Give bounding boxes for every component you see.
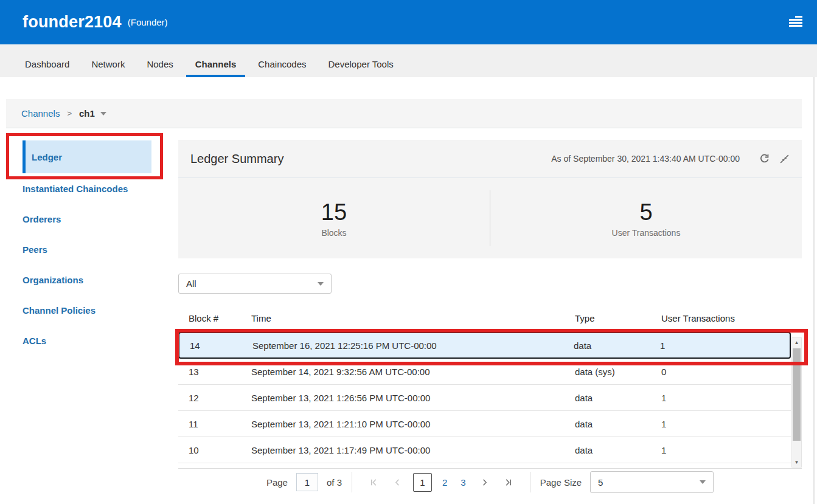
table-row-block-12[interactable]: 12 September 13, 2021 1:26:56 PM UTC-00:… — [178, 385, 791, 411]
next-page-icon[interactable] — [473, 478, 496, 487]
cell-block: 12 — [178, 393, 251, 403]
page-size-dropdown[interactable]: 5 — [590, 471, 714, 493]
pagination-divider — [530, 472, 530, 492]
breadcrumb-current-channel: ch1 — [79, 108, 95, 119]
sidebar-item-orderers[interactable]: Orderers — [23, 204, 151, 234]
breadcrumb: Channels > ch1 — [6, 99, 802, 128]
cell-type: data — [575, 393, 661, 403]
table-body: 14 September 16, 2021 12:25:16 PM UTC-00… — [178, 332, 791, 463]
sidebar-item-peers[interactable]: Peers — [23, 234, 151, 264]
channel-dropdown-caret-icon[interactable] — [100, 112, 106, 116]
tab-chaincodes[interactable]: Chaincodes — [249, 53, 315, 77]
cell-time: September 13, 2021 1:21:10 PM UTC-00:00 — [251, 419, 575, 429]
type-filter-dropdown[interactable]: All — [178, 274, 332, 294]
user-transactions-count: 5 — [639, 199, 652, 226]
page-title: Ledger Summary — [190, 152, 551, 166]
stat-user-transactions: 5 User Transactions — [490, 178, 802, 258]
cell-user-transactions: 1 — [661, 419, 791, 429]
page-button-1[interactable]: 1 — [413, 473, 432, 492]
ledger-summary-header: Ledger Summary As of September 30, 2021 … — [178, 140, 802, 178]
pagination-divider — [352, 472, 352, 492]
column-header-block: Block # — [178, 313, 251, 332]
sidebar-item-organizations[interactable]: Organizations — [23, 264, 151, 295]
cell-type: data (sys) — [575, 367, 661, 377]
blocks-table: Block # Time Type User Transactions 14 S… — [178, 313, 802, 463]
table-row-block-10[interactable]: 10 September 13, 2021 1:17:49 PM UTC-00:… — [178, 437, 791, 463]
last-page-icon[interactable] — [496, 478, 520, 487]
cell-type: data — [575, 419, 661, 429]
first-page-icon[interactable] — [362, 478, 386, 487]
column-header-type: Type — [575, 313, 661, 332]
breadcrumb-channels-link[interactable]: Channels — [21, 108, 60, 119]
scrollbar-up-arrow-icon[interactable]: ▲ — [792, 340, 801, 345]
table-row-block-11[interactable]: 11 September 13, 2021 1:21:10 PM UTC-00:… — [178, 411, 791, 437]
tab-channels[interactable]: Channels — [186, 53, 246, 77]
dropdown-caret-icon — [700, 480, 706, 484]
column-header-time: Time — [251, 313, 575, 332]
cell-type: data — [575, 445, 661, 455]
tab-dashboard[interactable]: Dashboard — [16, 53, 78, 77]
sidebar-item-channel-policies[interactable]: Channel Policies — [23, 295, 151, 325]
cell-time: September 13, 2021 1:26:56 PM UTC-00:00 — [251, 393, 575, 403]
tab-network[interactable]: Network — [82, 53, 134, 77]
column-header-user-transactions: User Transactions — [661, 313, 791, 332]
tab-nodes[interactable]: Nodes — [137, 53, 182, 77]
cell-time: September 14, 2021 9:32:56 AM UTC-00:00 — [251, 367, 575, 377]
window-edge-line — [813, 77, 815, 504]
pagination-bar: Page of 3 1 2 3 Page Size 5 — [178, 468, 802, 495]
page-button-3[interactable]: 3 — [454, 477, 472, 488]
refresh-icon[interactable] — [759, 154, 770, 164]
stat-blocks: 15 Blocks — [178, 178, 490, 258]
channel-sidebar: Ledger Instantiated Chaincodes Orderers … — [23, 140, 151, 356]
previous-page-icon[interactable] — [386, 478, 409, 487]
cell-block: 10 — [178, 445, 251, 455]
page-label: Page — [266, 477, 288, 488]
app-subtitle: (Founder) — [128, 17, 168, 27]
page-button-2[interactable]: 2 — [436, 477, 454, 488]
cell-block: 11 — [178, 419, 251, 429]
main-tabs: Dashboard Network Nodes Channels Chainco… — [0, 44, 817, 77]
cell-block: 13 — [178, 367, 251, 377]
ledger-stats: 15 Blocks 5 User Transactions — [178, 178, 802, 258]
dropdown-caret-icon — [318, 282, 324, 286]
as-of-timestamp: As of September 30, 2021 1:43:40 AM UTC-… — [551, 154, 740, 164]
app-header: founder2104 (Founder) — [0, 0, 817, 44]
ledger-panel: Ledger Summary As of September 30, 2021 … — [178, 140, 802, 495]
cell-user-transactions: 0 — [661, 367, 791, 377]
cell-block: 14 — [179, 340, 252, 351]
page-size-value: 5 — [598, 477, 603, 488]
filter-row: All — [178, 274, 802, 294]
table-scrollbar[interactable]: ▲ ▼ — [791, 337, 802, 468]
breadcrumb-separator: > — [67, 109, 72, 118]
table-row-block-14[interactable]: 14 September 16, 2021 12:25:16 PM UTC-00… — [178, 332, 791, 359]
cell-time: September 16, 2021 12:25:16 PM UTC-00:00 — [252, 340, 574, 351]
sidebar-item-acls[interactable]: ACLs — [23, 325, 151, 356]
user-transactions-label: User Transactions — [612, 228, 681, 238]
cell-user-transactions: 1 — [661, 445, 791, 455]
sidebar-item-ledger[interactable]: Ledger — [23, 140, 151, 173]
blocks-count: 15 — [321, 199, 347, 226]
app-title: founder2104 — [23, 13, 122, 32]
blocks-label: Blocks — [321, 228, 346, 238]
page-of-label: of 3 — [327, 477, 342, 488]
scrollbar-down-arrow-icon[interactable]: ▼ — [792, 460, 801, 465]
hamburger-menu-icon[interactable] — [789, 16, 802, 28]
sidebar-item-instantiated-chaincodes[interactable]: Instantiated Chaincodes — [23, 173, 151, 204]
table-row-block-13[interactable]: 13 September 14, 2021 9:32:56 AM UTC-00:… — [178, 359, 791, 385]
page-size-label: Page Size — [540, 477, 582, 488]
cell-user-transactions: 1 — [661, 393, 791, 403]
type-filter-value: All — [186, 278, 196, 289]
page-number-input[interactable] — [296, 473, 318, 491]
collapse-panel-icon[interactable] — [779, 154, 790, 164]
scrollbar-thumb[interactable] — [793, 348, 801, 441]
cell-time: September 13, 2021 1:17:49 PM UTC-00:00 — [251, 445, 575, 455]
cell-user-transactions: 1 — [660, 340, 790, 351]
cell-type: data — [574, 340, 660, 351]
table-header-row: Block # Time Type User Transactions — [178, 313, 791, 332]
tab-developer-tools[interactable]: Developer Tools — [319, 53, 403, 77]
